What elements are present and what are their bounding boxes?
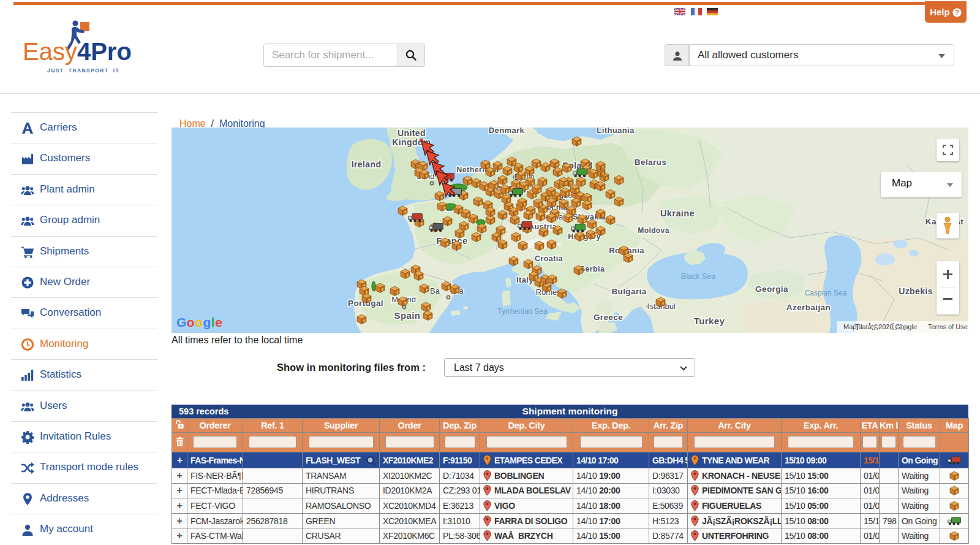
svg-text:Ukraine: Ukraine — [660, 208, 695, 218]
svg-text:Uzbekis: Uzbekis — [899, 286, 933, 296]
svg-text:Bulgaria: Bulgaria — [611, 287, 646, 296]
svg-text:Tyrrhenian Sea: Tyrrhenian Sea — [497, 307, 548, 316]
svg-text:Serbia: Serbia — [580, 265, 605, 273]
svg-text:Map data ©2020 Google: Map data ©2020 Google — [843, 323, 917, 330]
svg-text:Denmark: Denmark — [489, 128, 525, 135]
svg-text:Terms of Use: Terms of Use — [928, 323, 968, 330]
svg-text:Caspian Sea: Caspian Sea — [805, 289, 847, 297]
svg-text:?: ? — [955, 9, 959, 16]
svg-text:Turkey: Turkey — [694, 316, 725, 326]
svg-text:Moldova: Moldova — [638, 226, 669, 235]
svg-text:Georgia: Georgia — [755, 284, 788, 294]
svg-text:Google: Google — [176, 315, 222, 329]
svg-text:Greece: Greece — [594, 313, 623, 322]
svg-text:Lithuania: Lithuania — [597, 128, 635, 135]
svg-text:Spain: Spain — [394, 310, 421, 321]
svg-text:Belarus: Belarus — [635, 158, 666, 167]
svg-text:Croatia: Croatia — [535, 254, 564, 263]
svg-text:Azerbaijan: Azerbaijan — [786, 303, 831, 312]
svg-text:Ireland: Ireland — [352, 159, 382, 169]
svg-text:Ba: Ba — [430, 286, 440, 295]
svg-text:Black Sea: Black Sea — [681, 272, 715, 281]
svg-text:United: United — [398, 128, 426, 138]
